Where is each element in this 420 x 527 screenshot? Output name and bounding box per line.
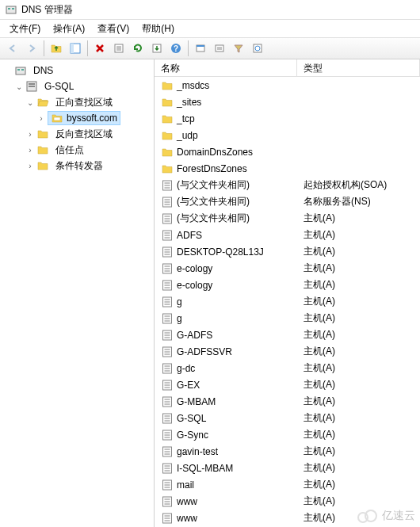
svg-rect-12 (71, 44, 74, 53)
record-name: _msdcs (177, 80, 209, 91)
list-row[interactable]: _msdcs (155, 77, 420, 94)
tree-trust-points[interactable]: › 信任点 (0, 142, 154, 158)
list-row[interactable]: DomainDnsZones (155, 143, 420, 160)
list-row[interactable]: G-Sync主机(A) (155, 426, 420, 443)
record-name: G-EX (177, 380, 200, 391)
tree-label: G-SQL (44, 81, 74, 92)
twisty-closed-icon[interactable]: › (36, 113, 46, 123)
properties-button[interactable] (110, 40, 128, 57)
folder-icon (161, 146, 174, 158)
list-row[interactable]: I-SQL-MBAM主机(A) (155, 460, 420, 476)
list-row[interactable]: ForestDnsZones (155, 160, 420, 177)
list-row[interactable]: DESKTOP-Q28L13J主机(A) (155, 243, 420, 260)
list-row[interactable]: g主机(A) (155, 293, 420, 310)
record-type: 主机(A) (300, 411, 420, 425)
show-hide-button[interactable] (67, 40, 84, 57)
record-name: (与父文件夹相同) (177, 212, 250, 225)
tree-fwd-zones[interactable]: ⌄ 正向查找区域 (0, 94, 154, 110)
list-row[interactable]: gavin-test主机(A) (155, 443, 420, 460)
twisty-closed-icon[interactable]: › (25, 161, 35, 170)
tree-root-dns[interactable]: DNS (0, 63, 154, 78)
menubar: 文件(F) 操作(A) 查看(V) 帮助(H) (0, 20, 420, 37)
tree-label: 正向查找区域 (55, 96, 113, 109)
list-body[interactable]: _msdcs_sites_tcp_udpDomainDnsZonesForest… (155, 77, 420, 527)
list-row[interactable]: G-MBAM主机(A) (155, 393, 420, 410)
list-row[interactable]: _udp (155, 127, 420, 143)
record-name: gavin-test (177, 446, 218, 457)
record-icon (161, 196, 174, 208)
twisty-closed-icon[interactable]: › (25, 145, 35, 155)
record-type: 主机(A) (300, 511, 420, 525)
record-type: 主机(A) (300, 278, 420, 292)
list-row[interactable]: e-cology主机(A) (155, 260, 420, 277)
list-row[interactable]: e-cology主机(A) (155, 277, 420, 293)
tree-pane: DNS ⌄ G-SQL ⌄ 正向查找区域 › byssoft.com › 反 (0, 59, 155, 527)
record-name: ADFS (177, 230, 202, 241)
titlebar: DNS 管理器 (0, 0, 420, 20)
record-icon (161, 246, 174, 258)
menu-file[interactable]: 文件(F) (3, 21, 47, 37)
col-header-type[interactable]: 类型 (297, 59, 420, 76)
toolbar: ? (0, 37, 420, 59)
up-button[interactable] (48, 40, 65, 57)
list-pane: 名称 类型 _msdcs_sites_tcp_udpDomainDnsZones… (155, 59, 420, 527)
twisty-open-icon[interactable]: ⌄ (25, 97, 35, 107)
dns-icon (5, 3, 17, 16)
twisty-icon[interactable] (3, 66, 13, 75)
menu-action[interactable]: 操作(A) (47, 21, 91, 37)
list-row[interactable]: G-EX主机(A) (155, 376, 420, 393)
list-row[interactable]: g-dc主机(A) (155, 360, 420, 376)
svg-text:?: ? (174, 44, 178, 53)
back-button[interactable] (4, 40, 21, 57)
record-icon (161, 296, 174, 308)
action2-button[interactable] (211, 40, 228, 57)
list-row[interactable]: mail主机(A) (155, 476, 420, 493)
record-type: 主机(A) (300, 395, 420, 408)
record-type: 主机(A) (300, 378, 420, 391)
refresh-button[interactable] (129, 40, 147, 57)
action4-button[interactable] (249, 40, 266, 57)
list-row[interactable]: g主机(A) (155, 310, 420, 327)
record-name: www (177, 496, 197, 507)
list-row[interactable]: ADFS主机(A) (155, 227, 420, 243)
record-icon (161, 362, 174, 375)
delete-button[interactable] (91, 40, 109, 57)
list-row[interactable]: G-ADFSSVR主机(A) (155, 343, 420, 360)
tree-server[interactable]: ⌄ G-SQL (0, 78, 154, 94)
twisty-closed-icon[interactable]: › (25, 129, 35, 139)
filter-button[interactable] (230, 40, 247, 57)
action1-button[interactable] (192, 40, 209, 57)
list-row[interactable]: (与父文件夹相同)起始授权机构(SOA) (155, 177, 420, 193)
record-type: 主机(A) (300, 245, 420, 258)
record-name: g-dc (177, 363, 195, 374)
record-icon (161, 445, 174, 458)
folder-icon (161, 96, 174, 109)
menu-help[interactable]: 帮助(H) (136, 21, 181, 37)
twisty-open-icon[interactable]: ⌄ (14, 82, 24, 91)
menu-view[interactable]: 查看(V) (91, 21, 136, 37)
tree-rev-zones[interactable]: › 反向查找区域 (0, 126, 154, 142)
record-name: (与父文件夹相同) (177, 178, 250, 192)
list-row[interactable]: _tcp (155, 110, 420, 127)
list-row[interactable]: G-SQL主机(A) (155, 410, 420, 426)
list-row[interactable]: www主机(A) (155, 493, 420, 510)
help-button[interactable]: ? (167, 40, 185, 57)
list-row[interactable]: G-ADFS主机(A) (155, 327, 420, 343)
list-row[interactable]: (与父文件夹相同)名称服务器(NS) (155, 193, 420, 210)
tree-zone-selected[interactable]: › byssoft.com (0, 110, 154, 126)
list-row[interactable]: www主机(A) (155, 510, 420, 526)
list-row[interactable]: (与父文件夹相同)主机(A) (155, 210, 420, 227)
export-button[interactable] (148, 40, 166, 57)
svg-rect-21 (197, 45, 204, 47)
record-icon (161, 312, 174, 325)
record-type: 主机(A) (300, 262, 420, 275)
tree-cond-fwd[interactable]: › 条件转发器 (0, 158, 154, 174)
folder-icon (36, 128, 49, 140)
tree-label: byssoft.com (67, 113, 117, 124)
forward-button[interactable] (23, 40, 40, 57)
list-row[interactable]: _sites (155, 94, 420, 110)
col-header-name[interactable]: 名称 (155, 59, 297, 76)
record-name: _sites (177, 97, 201, 108)
record-icon (161, 479, 174, 491)
record-name: e-cology (177, 280, 212, 291)
